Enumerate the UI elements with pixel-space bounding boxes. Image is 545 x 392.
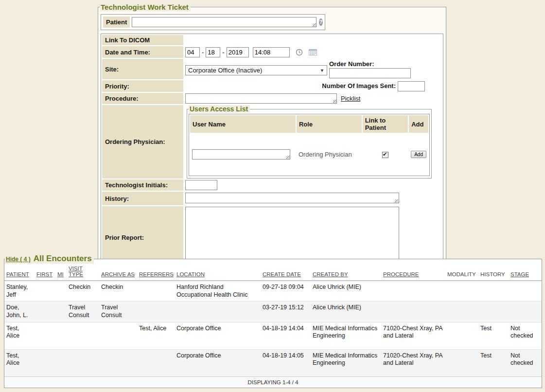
cell-create-date: 04-18-19 14:05 (261, 349, 311, 376)
cell-location: Hanford Richland Occupational Health Cli… (175, 281, 261, 302)
cell-history (478, 302, 509, 322)
cell-stage (509, 302, 542, 322)
priority-label: Priority: (102, 80, 183, 92)
col-header-modality: MODALITY (447, 271, 476, 277)
col-header-create-date[interactable]: CREATE DATE (263, 271, 301, 277)
link-to-patient-checkbox[interactable] (382, 152, 388, 158)
history-textarea[interactable] (185, 193, 399, 203)
cell-first (35, 281, 55, 302)
date-separator: - (202, 49, 204, 56)
work-ticket-fields: Link To DICOM Date and Time: - - (101, 34, 443, 270)
cell-location: Corporate Office (175, 322, 261, 349)
all-encounters-legend: Hide ( 4 )All Encounters (5, 254, 94, 264)
ual-header-role: Role (297, 115, 362, 133)
work-ticket-form: Technologist Work Ticket Patient Link To… (98, 3, 446, 287)
encounter-row[interactable]: Test, Alice Corporate Office 04-18-19 14… (4, 349, 542, 376)
cell-patient: Test, Alice (4, 322, 35, 349)
picklist-link[interactable]: Picklist (341, 95, 360, 102)
cell-procedure (381, 302, 445, 322)
cell-stage: Not checked (509, 349, 542, 376)
technologist-initials-input[interactable] (185, 180, 217, 190)
encounters-header-row: PATIENT FIRST MI VISIT TYPE ARCHIVE AS R… (4, 264, 542, 281)
procedure-label: Procedure: (102, 93, 183, 104)
order-number-label: Order Number: (329, 60, 411, 68)
cell-modality (445, 322, 478, 349)
cell-history (478, 281, 509, 302)
cell-create-date: 04-18-19 14:04 (261, 322, 311, 349)
col-header-procedure[interactable]: PROCEDURE (383, 271, 419, 277)
cell-procedure: 71020-Chest Xray, PA and Lateral (381, 349, 445, 376)
cell-visit-type: Travel Consult (67, 302, 99, 322)
ual-header-link-to-patient: Link to Patient (363, 115, 408, 133)
col-header-stage[interactable]: STAGE (510, 271, 529, 277)
cell-mi (55, 322, 67, 349)
encounter-row[interactable]: Doe, John, L. Travel Consult Travel Cons… (4, 302, 542, 322)
date-year-input[interactable] (227, 47, 249, 57)
cell-created-by: MIE Medical Informatics Engineering (311, 349, 381, 376)
clock-icon[interactable] (296, 49, 303, 56)
cell-create-date: 09-27-18 09:04 (261, 281, 311, 302)
order-number-input[interactable] (329, 68, 411, 78)
col-header-location[interactable]: LOCATION (176, 271, 205, 277)
cell-modality (445, 349, 478, 376)
users-access-list-title: Users Access List (189, 105, 250, 113)
col-header-visit-type[interactable]: VISIT TYPE (69, 266, 83, 277)
date-time-label: Date and Time: (102, 46, 183, 58)
ual-role-value: Ordering Physician (297, 134, 362, 175)
cell-created-by: Alice Uhrick (MIE) (311, 302, 381, 322)
work-ticket-title: Technologist Work Ticket (100, 3, 191, 11)
cell-modality (445, 302, 478, 322)
cell-referrers (137, 281, 175, 302)
date-day-input[interactable] (206, 47, 220, 57)
cell-procedure: 71020-Chest Xray, PA and Lateral (381, 322, 445, 349)
col-header-mi[interactable]: MI (57, 271, 64, 277)
help-icon[interactable] (319, 18, 323, 26)
patient-row: Patient (101, 14, 325, 30)
cell-modality (445, 281, 478, 302)
cell-archive-as: Travel Consult (99, 302, 137, 322)
col-header-created-by[interactable]: CREATED BY (313, 271, 348, 277)
technologist-initials-label: Technologist Initials: (102, 179, 183, 191)
cell-history: Test (478, 322, 509, 349)
patient-label: Patient (103, 17, 130, 28)
cell-created-by: Alice Uhrick (MIE) (311, 281, 381, 302)
cell-referrers (137, 349, 175, 376)
link-to-dicom-label: Link To DICOM (102, 35, 183, 45)
date-month-input[interactable] (185, 47, 200, 57)
cell-visit-type (67, 322, 99, 349)
cell-patient: Doe, John, L. (4, 302, 35, 322)
cell-patient: Stanley, Jeff (4, 281, 35, 302)
cell-history: Test (478, 349, 509, 376)
cell-patient: Test, Alice (4, 349, 35, 376)
chevron-down-icon: ▼ (320, 68, 324, 73)
images-sent-input[interactable] (398, 81, 425, 91)
patient-input[interactable] (132, 17, 316, 27)
ual-user-name-input[interactable] (192, 149, 290, 160)
hide-link[interactable]: Hide ( 4 ) (6, 256, 31, 263)
cell-created-by: MIE Medical Informatics Engineering (311, 322, 381, 349)
cell-create-date: 03-27-19 15:12 (261, 302, 311, 322)
encounter-row[interactable]: Stanley, Jeff Checkin Checkin Hanford Ri… (4, 281, 542, 302)
all-encounters-title: All Encounters (34, 254, 92, 263)
procedure-input[interactable] (185, 93, 337, 104)
cell-referrers (137, 302, 175, 322)
calendar-icon[interactable] (309, 49, 317, 55)
col-header-referrers[interactable]: REFERRERS (139, 271, 174, 277)
all-encounters-section: Hide ( 4 )All Encounters PATIENT FIRST M… (4, 254, 542, 388)
col-header-patient[interactable]: PATIENT (6, 271, 29, 277)
encounter-row[interactable]: Test, Alice Test, Alice Corporate Office… (4, 322, 542, 349)
cell-location (175, 302, 261, 322)
date-separator: - (222, 49, 224, 56)
col-header-archive-as[interactable]: ARCHIVE AS (101, 271, 135, 277)
col-header-history: HISTORY (480, 271, 505, 277)
add-button[interactable]: Add (411, 151, 426, 158)
cell-visit-type: Checkin (67, 281, 99, 302)
cell-first (35, 302, 55, 322)
site-select[interactable]: Corporate Office (Inactive) ▼ (185, 65, 327, 75)
cell-stage (509, 281, 542, 302)
cell-archive-as: Checkin (99, 281, 137, 302)
images-sent-label: Number Of Images Sent: (322, 82, 396, 89)
cell-mi (55, 302, 67, 322)
time-input[interactable] (253, 47, 290, 57)
col-header-first[interactable]: FIRST (36, 271, 53, 277)
